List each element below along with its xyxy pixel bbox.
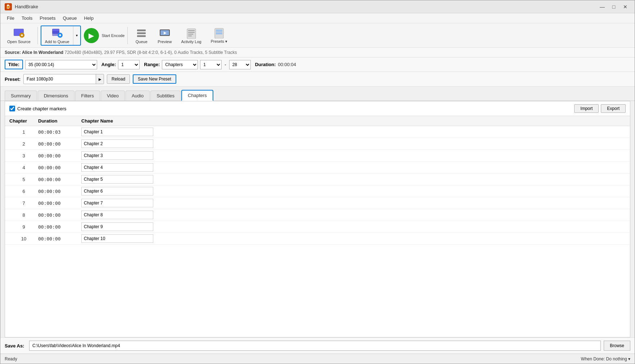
browse-button[interactable]: Browse bbox=[604, 341, 630, 351]
chapter-duration: 00:00:00 bbox=[38, 153, 81, 158]
add-to-queue-group: Add to Queue ▾ bbox=[41, 26, 81, 46]
import-button[interactable]: Import bbox=[574, 104, 599, 113]
svg-rect-20 bbox=[216, 32, 222, 32]
preset-arrow-button[interactable]: ▶ bbox=[96, 74, 104, 84]
app-icon: 🍺 bbox=[5, 3, 12, 10]
chapter-start-select[interactable]: 1 bbox=[200, 60, 222, 69]
tab-subtitles[interactable]: Subtitles bbox=[150, 91, 181, 101]
chapter-name-input[interactable] bbox=[81, 199, 153, 207]
tab-audio[interactable]: Audio bbox=[126, 91, 150, 101]
chapter-name-input[interactable] bbox=[81, 139, 153, 148]
preview-icon bbox=[159, 27, 171, 39]
chapter-name-input[interactable] bbox=[81, 175, 153, 184]
table-row: 800:00:00 bbox=[5, 209, 630, 221]
duration-value: 00:00:04 bbox=[278, 62, 296, 67]
table-row: 400:00:00 bbox=[5, 162, 630, 174]
tab-dimensions[interactable]: Dimensions bbox=[38, 91, 74, 101]
menu-help[interactable]: Help bbox=[80, 14, 97, 22]
presets-button[interactable]: Presets ▾ bbox=[207, 26, 231, 46]
save-new-preset-button[interactable]: Save New Preset bbox=[133, 74, 176, 84]
title-row: Title: 35 (00:00:14) Angle: 1 Range: Cha… bbox=[0, 57, 635, 72]
play-icon: ▶ bbox=[89, 31, 94, 40]
export-button[interactable]: Export bbox=[601, 104, 626, 113]
chapters-toolbar: Create chapter markers Import Export bbox=[5, 101, 630, 116]
chapter-duration: 00:00:00 bbox=[38, 201, 81, 206]
svg-rect-9 bbox=[137, 35, 146, 37]
chapter-name-input[interactable] bbox=[81, 187, 153, 195]
dropdown-chevron-icon: ▾ bbox=[76, 33, 78, 37]
chapter-duration: 00:00:00 bbox=[38, 141, 81, 147]
angle-select[interactable]: 1 bbox=[118, 60, 140, 69]
reload-button[interactable]: Reload bbox=[107, 74, 130, 84]
create-chapter-markers-checkbox[interactable] bbox=[9, 106, 15, 111]
toolbar-separator-1 bbox=[37, 27, 38, 44]
range-label: Range: bbox=[144, 62, 160, 67]
table-row: 700:00:00 bbox=[5, 197, 630, 209]
create-chapter-markers-group: Create chapter markers bbox=[9, 106, 67, 111]
start-encode-label: Start Encode bbox=[102, 33, 125, 38]
minimize-button[interactable]: — bbox=[597, 3, 607, 11]
duration-label: Duration: bbox=[255, 62, 276, 67]
chapter-number: 1 bbox=[9, 129, 38, 135]
angle-field-group: Angle: 1 bbox=[101, 60, 140, 69]
maximize-button[interactable]: □ bbox=[609, 3, 619, 11]
table-body[interactable]: 100:00:03200:00:00300:00:00400:00:00500:… bbox=[5, 126, 630, 337]
add-to-queue-dropdown-button[interactable]: ▾ bbox=[73, 26, 80, 45]
preset-group: Fast 1080p30 ▶ bbox=[23, 74, 104, 84]
column-chapter: Chapter bbox=[9, 118, 38, 124]
table-row: 100:00:03 bbox=[5, 126, 630, 138]
queue-button[interactable]: Queue bbox=[131, 26, 152, 46]
save-as-bar: Save As: Browse bbox=[0, 337, 635, 354]
chapter-number: 8 bbox=[9, 212, 38, 218]
close-button[interactable]: ✕ bbox=[620, 3, 630, 11]
preview-label: Preview bbox=[158, 40, 172, 44]
when-done-label: When Done: bbox=[581, 356, 605, 361]
save-as-label: Save As: bbox=[5, 343, 26, 349]
chapter-name-input[interactable] bbox=[81, 163, 153, 172]
source-label: Source: bbox=[5, 50, 21, 55]
table-header: Chapter Duration Chapter Name bbox=[5, 116, 630, 126]
start-encode-button[interactable]: ▶ bbox=[84, 28, 99, 43]
chapter-duration: 00:00:00 bbox=[38, 236, 81, 241]
toolbar-separator-2 bbox=[127, 27, 128, 44]
tab-summary[interactable]: Summary bbox=[5, 91, 37, 101]
source-details: 720x480 (640x480), 29.97 FPS, SDR (8-bit… bbox=[65, 50, 237, 55]
column-duration: Duration bbox=[38, 118, 81, 124]
tab-chapters[interactable]: Chapters bbox=[181, 90, 213, 101]
chapter-duration: 00:00:00 bbox=[38, 189, 81, 194]
source-filename: Alice In Wonderland bbox=[22, 50, 63, 55]
chapter-name-input[interactable] bbox=[81, 128, 153, 136]
chapter-end-select[interactable]: 28 bbox=[229, 60, 251, 69]
chapter-name-input[interactable] bbox=[81, 151, 153, 160]
menu-bar: File Tools Presets Queue Help bbox=[0, 13, 635, 23]
chapter-number: 7 bbox=[9, 201, 38, 206]
create-chapter-markers-label: Create chapter markers bbox=[17, 106, 67, 111]
status-bar: Ready When Done: Do nothing ▾ bbox=[0, 354, 635, 364]
title-select[interactable]: 35 (00:00:14) bbox=[25, 60, 97, 69]
maximize-icon: □ bbox=[612, 4, 615, 10]
title-field-group: Title: 35 (00:00:14) bbox=[5, 60, 97, 69]
preview-button[interactable]: Preview bbox=[154, 26, 176, 46]
svg-rect-8 bbox=[137, 32, 146, 34]
chapter-name-input[interactable] bbox=[81, 211, 153, 219]
menu-file[interactable]: File bbox=[3, 14, 18, 22]
main-content: Create chapter markers Import Export Cha… bbox=[5, 101, 630, 337]
svg-rect-17 bbox=[188, 36, 192, 36]
table-row: 900:00:00 bbox=[5, 221, 630, 233]
open-source-button[interactable]: Open Source bbox=[3, 26, 35, 46]
menu-presets[interactable]: Presets bbox=[36, 14, 59, 22]
tab-filters[interactable]: Filters bbox=[75, 91, 100, 101]
menu-tools[interactable]: Tools bbox=[18, 14, 36, 22]
save-as-input[interactable] bbox=[29, 341, 601, 351]
range-select[interactable]: Chapters bbox=[162, 60, 198, 69]
chapter-name-input[interactable] bbox=[81, 234, 153, 243]
add-to-queue-button[interactable]: Add to Queue bbox=[41, 26, 73, 45]
table-row: 300:00:00 bbox=[5, 150, 630, 162]
menu-queue[interactable]: Queue bbox=[59, 14, 80, 22]
preset-row: Preset: Fast 1080p30 ▶ Reload Save New P… bbox=[0, 72, 635, 87]
activity-log-button[interactable]: Activity Log bbox=[177, 26, 205, 46]
when-done-value[interactable]: Do nothing ▾ bbox=[606, 356, 630, 361]
activity-log-label: Activity Log bbox=[181, 40, 201, 44]
chapter-name-input[interactable] bbox=[81, 222, 153, 231]
tab-video[interactable]: Video bbox=[101, 91, 125, 101]
